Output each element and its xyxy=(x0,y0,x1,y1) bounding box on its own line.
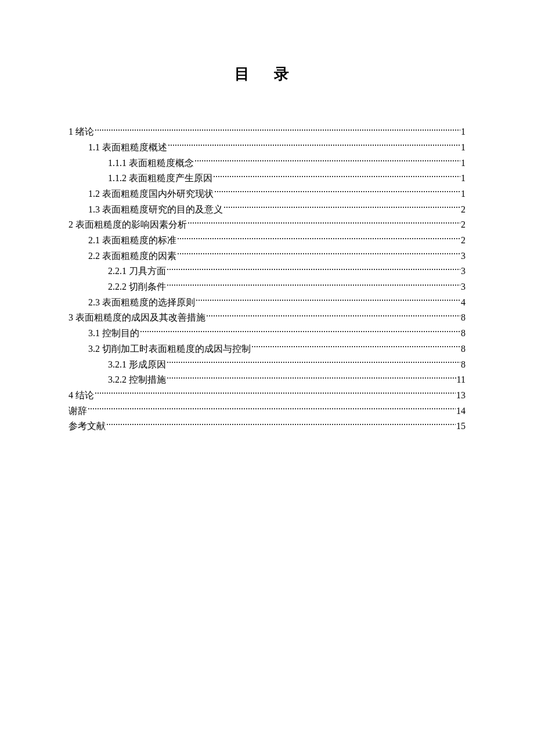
toc-entry: 参考文献15 xyxy=(68,418,466,434)
toc-page-number: 8 xyxy=(461,310,466,325)
toc-leader-dots xyxy=(194,154,460,165)
toc-entry: 2.2 表面粗糙度的因素3 xyxy=(68,248,466,264)
toc-page-number: 13 xyxy=(456,388,466,403)
toc-entry: 2 表面粗糙度的影响因素分析2 xyxy=(68,217,466,232)
toc-page-number: 1 xyxy=(461,186,466,201)
page-container: 目 录 1 绪论11.1 表面粗糙度概述11.1.1 表面粗糙度概念11.1.2… xyxy=(0,0,534,756)
toc-leader-dots xyxy=(95,124,460,135)
toc-page-number: 4 xyxy=(461,295,466,310)
toc-label: 3.2.1 形成原因 xyxy=(108,357,166,372)
toc-label: 3.1 控制目的 xyxy=(88,326,139,341)
toc-entry: 1.2 表面粗糙度国内外研究现状1 xyxy=(68,186,466,201)
toc-label: 1.1.1 表面粗糙度概念 xyxy=(108,156,194,171)
toc-entry: 2.2.2 切削条件3 xyxy=(68,279,466,294)
toc-entry: 1.1 表面粗糙度概述1 xyxy=(68,139,466,155)
toc-page-number: 3 xyxy=(461,264,466,279)
toc-leader-dots xyxy=(167,263,460,274)
toc-page-number: 3 xyxy=(461,249,466,264)
toc-leader-dots xyxy=(167,279,460,290)
toc-list: 1 绪论11.1 表面粗糙度概述11.1.1 表面粗糙度概念11.1.2 表面粗… xyxy=(68,124,466,434)
toc-entry: 3 表面粗糙度的成因及其改善措施8 xyxy=(68,309,466,325)
toc-label: 1 绪论 xyxy=(68,124,94,139)
toc-entry: 3.2.1 形成原因8 xyxy=(68,356,466,372)
toc-leader-dots xyxy=(168,139,460,150)
toc-label: 2.3 表面粗糙度的选择原则 xyxy=(88,295,195,310)
toc-page-number: 8 xyxy=(461,341,466,357)
toc-label: 2.1 表面粗糙度的标准 xyxy=(88,233,176,248)
toc-label: 1.1.2 表面粗糙度产生原因 xyxy=(108,171,212,186)
toc-leader-dots xyxy=(140,325,460,336)
toc-label: 3.2.2 控制措施 xyxy=(108,372,166,387)
toc-label: 1.1 表面粗糙度概述 xyxy=(88,140,167,155)
toc-leader-dots xyxy=(95,387,456,398)
toc-label: 4 结论 xyxy=(68,388,94,403)
toc-label: 参考文献 xyxy=(68,419,106,434)
toc-leader-dots xyxy=(167,372,456,383)
toc-entry: 3.2.2 控制措施11 xyxy=(68,372,466,387)
toc-page-number: 1 xyxy=(461,140,466,155)
toc-leader-dots xyxy=(213,170,460,181)
toc-entry: 1.1.2 表面粗糙度产生原因1 xyxy=(68,170,466,186)
toc-entry: 2.2.1 刀具方面3 xyxy=(68,263,466,279)
toc-page-number: 8 xyxy=(461,357,466,372)
toc-label: 3.2 切削加工时表面粗糙度的成因与控制 xyxy=(88,341,251,357)
toc-entry: 2.1 表面粗糙度的标准2 xyxy=(68,232,466,248)
toc-leader-dots xyxy=(223,201,460,212)
toc-label: 2 表面粗糙度的影响因素分析 xyxy=(68,217,187,232)
toc-page-number: 1 xyxy=(461,156,466,171)
toc-page-number: 1 xyxy=(461,124,466,139)
toc-leader-dots xyxy=(88,402,456,413)
toc-page-number: 3 xyxy=(461,279,466,294)
toc-leader-dots xyxy=(167,356,460,367)
toc-label: 谢辞 xyxy=(68,404,87,419)
toc-page-number: 8 xyxy=(461,326,466,341)
toc-entry: 3.1 控制目的8 xyxy=(68,325,466,341)
toc-entry: 1.3 表面粗糙度研究的目的及意义2 xyxy=(68,201,466,217)
toc-page-number: 2 xyxy=(461,233,466,248)
toc-label: 1.3 表面粗糙度研究的目的及意义 xyxy=(88,202,223,217)
toc-entry: 4 结论13 xyxy=(68,387,466,403)
toc-leader-dots xyxy=(196,294,460,305)
toc-leader-dots xyxy=(106,418,456,429)
toc-title: 目 录 xyxy=(68,64,466,84)
toc-leader-dots xyxy=(251,341,460,352)
toc-leader-dots xyxy=(187,217,460,228)
toc-page-number: 15 xyxy=(456,419,466,434)
toc-page-number: 1 xyxy=(461,171,466,186)
toc-entry: 3.2 切削加工时表面粗糙度的成因与控制8 xyxy=(68,341,466,357)
toc-leader-dots xyxy=(206,309,460,321)
toc-label: 2.2 表面粗糙度的因素 xyxy=(88,249,176,264)
toc-leader-dots xyxy=(177,248,460,259)
toc-entry: 1 绪论1 xyxy=(68,124,466,139)
toc-label: 1.2 表面粗糙度国内外研究现状 xyxy=(88,186,214,201)
toc-page-number: 2 xyxy=(461,202,466,217)
toc-leader-dots xyxy=(177,232,460,243)
toc-entry: 1.1.1 表面粗糙度概念1 xyxy=(68,154,466,170)
toc-label: 2.2.2 切削条件 xyxy=(108,279,166,294)
toc-leader-dots xyxy=(214,186,460,197)
toc-label: 3 表面粗糙度的成因及其改善措施 xyxy=(68,310,205,325)
toc-page-number: 11 xyxy=(457,372,466,387)
toc-page-number: 14 xyxy=(456,404,466,419)
toc-label: 2.2.1 刀具方面 xyxy=(108,264,166,279)
toc-entry: 谢辞14 xyxy=(68,402,466,418)
toc-page-number: 2 xyxy=(461,217,466,232)
toc-entry: 2.3 表面粗糙度的选择原则4 xyxy=(68,294,466,310)
